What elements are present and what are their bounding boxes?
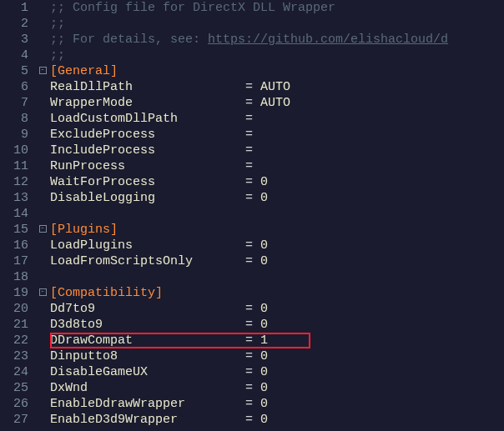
line-number: 26 bbox=[0, 396, 28, 412]
line-number: 5 bbox=[0, 63, 28, 79]
fold-minus-icon[interactable]: - bbox=[39, 288, 47, 296]
code-line[interactable]: ;; bbox=[50, 16, 504, 32]
line-number: 23 bbox=[0, 348, 28, 364]
fold-cell bbox=[35, 380, 50, 396]
line-number: 14 bbox=[0, 206, 28, 222]
line-number: 17 bbox=[0, 253, 28, 269]
fold-cell bbox=[35, 364, 50, 380]
fold-column: --- bbox=[35, 0, 50, 431]
code-line[interactable]: DxWnd = 0 bbox=[50, 380, 504, 396]
code-line[interactable]: LoadCustomDllPath = bbox=[50, 111, 504, 127]
fold-cell[interactable]: - bbox=[35, 222, 50, 238]
code-line[interactable]: DDrawCompat = 1 bbox=[50, 333, 504, 348]
line-number: 15 bbox=[0, 222, 28, 238]
fold-cell bbox=[35, 396, 50, 412]
fold-cell bbox=[35, 16, 50, 32]
code-line[interactable]: [General] bbox=[50, 63, 504, 79]
code-line[interactable]: [Compatibility] bbox=[50, 285, 504, 301]
code-line[interactable]: D3d8to9 = 0 bbox=[50, 317, 504, 333]
line-number: 8 bbox=[0, 111, 28, 127]
line-number: 1 bbox=[0, 0, 28, 16]
fold-cell bbox=[35, 127, 50, 143]
fold-cell bbox=[35, 0, 50, 16]
line-number: 12 bbox=[0, 174, 28, 190]
fold-cell bbox=[35, 301, 50, 317]
line-number: 19 bbox=[0, 285, 28, 301]
code-line[interactable]: LoadFromScriptsOnly = 0 bbox=[50, 253, 504, 269]
code-line[interactable] bbox=[50, 206, 504, 222]
fold-cell bbox=[35, 48, 50, 63]
fold-cell bbox=[35, 253, 50, 269]
line-number: 20 bbox=[0, 301, 28, 317]
line-number: 7 bbox=[0, 95, 28, 111]
fold-cell bbox=[35, 158, 50, 174]
fold-cell bbox=[35, 317, 50, 333]
fold-cell bbox=[35, 412, 50, 428]
line-number-gutter: 1234567891011121314151617181920212223242… bbox=[0, 0, 35, 431]
code-line[interactable] bbox=[50, 269, 504, 285]
line-number: 4 bbox=[0, 48, 28, 63]
code-line[interactable]: ;; bbox=[50, 48, 504, 63]
line-number: 27 bbox=[0, 412, 28, 428]
line-number: 25 bbox=[0, 380, 28, 396]
code-line[interactable]: ;; Config file for DirectX DLL Wrapper bbox=[50, 0, 504, 16]
line-number: 24 bbox=[0, 364, 28, 380]
fold-cell bbox=[35, 333, 50, 348]
code-area[interactable]: ;; Config file for DirectX DLL Wrapper;;… bbox=[50, 0, 504, 431]
line-number: 6 bbox=[0, 79, 28, 95]
code-line[interactable]: EnableDdrawWrapper = 0 bbox=[50, 396, 504, 412]
code-line[interactable]: Dd7to9 = 0 bbox=[50, 301, 504, 317]
line-number: 22 bbox=[0, 333, 28, 348]
line-number: 3 bbox=[0, 32, 28, 48]
line-number: 11 bbox=[0, 158, 28, 174]
code-line[interactable]: IncludeProcess = bbox=[50, 143, 504, 158]
fold-minus-icon[interactable]: - bbox=[39, 67, 47, 74]
code-line[interactable]: DisableGameUX = 0 bbox=[50, 364, 504, 380]
fold-minus-icon[interactable]: - bbox=[39, 225, 47, 233]
fold-cell bbox=[35, 32, 50, 48]
line-number: 13 bbox=[0, 190, 28, 206]
fold-cell bbox=[35, 348, 50, 364]
fold-cell bbox=[35, 79, 50, 95]
code-line[interactable]: WrapperMode = AUTO bbox=[50, 95, 504, 111]
line-number: 18 bbox=[0, 269, 28, 285]
line-number: 2 bbox=[0, 16, 28, 32]
fold-cell bbox=[35, 206, 50, 222]
code-line[interactable]: Dinputto8 = 0 bbox=[50, 348, 504, 364]
fold-cell bbox=[35, 238, 50, 253]
code-line[interactable]: RealDllPath = AUTO bbox=[50, 79, 504, 95]
code-line[interactable]: WaitForProcess = 0 bbox=[50, 174, 504, 190]
fold-cell bbox=[35, 190, 50, 206]
fold-cell bbox=[35, 143, 50, 158]
fold-cell bbox=[35, 269, 50, 285]
fold-cell bbox=[35, 95, 50, 111]
line-number: 10 bbox=[0, 143, 28, 158]
line-number: 16 bbox=[0, 238, 28, 253]
code-line[interactable]: RunProcess = bbox=[50, 158, 504, 174]
code-line[interactable]: ExcludeProcess = bbox=[50, 127, 504, 143]
fold-cell[interactable]: - bbox=[35, 285, 50, 301]
fold-cell[interactable]: - bbox=[35, 63, 50, 79]
code-editor: 1234567891011121314151617181920212223242… bbox=[0, 0, 504, 431]
line-number: 9 bbox=[0, 127, 28, 143]
code-line[interactable]: LoadPlugins = 0 bbox=[50, 238, 504, 253]
fold-cell bbox=[35, 111, 50, 127]
code-line[interactable]: [Plugins] bbox=[50, 222, 504, 238]
code-line[interactable]: EnableD3d9Wrapper = 0 bbox=[50, 412, 504, 428]
line-number: 21 bbox=[0, 317, 28, 333]
code-line[interactable]: ;; For details, see: https://github.com/… bbox=[50, 32, 504, 48]
code-line[interactable]: DisableLogging = 0 bbox=[50, 190, 504, 206]
fold-cell bbox=[35, 174, 50, 190]
